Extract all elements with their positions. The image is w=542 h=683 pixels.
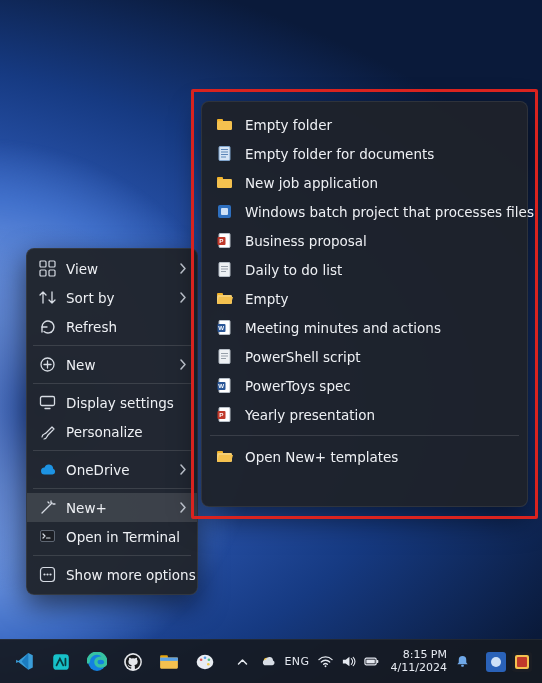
template-item-empty-folder-for-documents[interactable]: Empty folder for documents	[202, 139, 527, 168]
template-item-daily-to-do-list[interactable]: Daily to do list	[202, 255, 527, 284]
menu-item-label: Personalize	[66, 424, 187, 440]
tray-extra-icons	[486, 652, 532, 672]
chevron-right-icon	[179, 292, 187, 303]
menu-item-label: View	[66, 261, 169, 277]
menu-item-personalize[interactable]: Personalize	[27, 417, 197, 446]
menu-separator	[33, 345, 191, 346]
weather-icon[interactable]	[261, 654, 276, 669]
tray-app-icon[interactable]	[486, 652, 506, 672]
template-item-empty-folder[interactable]: Empty folder	[202, 110, 527, 139]
menu-item-label: PowerShell script	[245, 349, 361, 365]
newplus-submenu: Empty folderEmpty folder for documentsNe…	[201, 101, 528, 507]
doc-lines-icon	[216, 145, 233, 162]
menu-item-label: Display settings	[66, 395, 187, 411]
folder-icon	[216, 174, 233, 191]
menu-item-label: PowerToys spec	[245, 378, 351, 394]
menu-item-sort-by[interactable]: Sort by	[27, 283, 197, 312]
chevron-right-icon	[179, 502, 187, 513]
menu-item-label: Yearly presentation	[245, 407, 375, 423]
chevron-right-icon	[179, 263, 187, 274]
template-item-powertoys-spec[interactable]: PowerToys spec	[202, 371, 527, 400]
menu-separator	[33, 555, 191, 556]
template-item-new-job-application[interactable]: New job application	[202, 168, 527, 197]
folder-open-icon	[216, 290, 233, 307]
tray-overflow-button[interactable]	[231, 651, 253, 673]
taskbar-app-paint[interactable]	[188, 645, 222, 679]
menu-item-label: Refresh	[66, 319, 187, 335]
terminal-icon	[39, 528, 56, 545]
clock-time: 8:15 PM	[403, 649, 447, 662]
language-indicator[interactable]: ENG	[284, 655, 309, 668]
doc-icon	[216, 261, 233, 278]
menu-item-label: New+	[66, 500, 169, 516]
menu-item-label: Empty folder	[245, 117, 332, 133]
menu-item-onedrive[interactable]: OneDrive	[27, 455, 197, 484]
tray-app-icon[interactable]	[512, 652, 532, 672]
menu-item-label: Empty	[245, 291, 289, 307]
chevron-right-icon	[179, 464, 187, 475]
cloud-icon	[39, 461, 56, 478]
menu-item-label: Meeting minutes and actions	[245, 320, 441, 336]
app-icon	[216, 203, 233, 220]
menu-item-label: Open in Terminal	[66, 529, 187, 545]
menu-item-view[interactable]: View	[27, 254, 197, 283]
template-item-business-proposal[interactable]: Business proposal	[202, 226, 527, 255]
clock[interactable]: 8:15 PM 4/11/2024	[391, 649, 447, 674]
clock-date: 4/11/2024	[391, 662, 447, 675]
notifications-icon[interactable]	[455, 654, 470, 669]
template-item-meeting-minutes-and-actions[interactable]: Meeting minutes and actions	[202, 313, 527, 342]
docx-icon	[216, 377, 233, 394]
menu-item-label: Windows batch project that processes fil…	[245, 204, 534, 220]
template-item-empty[interactable]: Empty	[202, 284, 527, 313]
taskbar-app-vscode[interactable]	[8, 645, 42, 679]
refresh-icon	[39, 318, 56, 335]
menu-separator	[33, 450, 191, 451]
menu-item-label: Business proposal	[245, 233, 367, 249]
more-icon	[39, 566, 56, 583]
taskbar-app-edge[interactable]	[80, 645, 114, 679]
display-icon	[39, 394, 56, 411]
newplus-submenu-highlight: Empty folderEmpty folder for documentsNe…	[191, 89, 538, 519]
docx-icon	[216, 319, 233, 336]
menu-item-label: Empty folder for documents	[245, 146, 434, 162]
menu-item-refresh[interactable]: Refresh	[27, 312, 197, 341]
menu-item-display-settings[interactable]: Display settings	[27, 388, 197, 417]
menu-item-label: Sort by	[66, 290, 169, 306]
menu-item-show-more-options[interactable]: Show more options	[27, 560, 197, 589]
taskbar: ENG 8:15 PM 4/11/2024	[0, 639, 542, 683]
pptx-icon	[216, 232, 233, 249]
wand-icon	[39, 499, 56, 516]
sound-icon[interactable]	[341, 654, 356, 669]
taskbar-apps	[8, 645, 222, 679]
folder-icon	[216, 116, 233, 133]
system-tray: ENG 8:15 PM 4/11/2024	[231, 649, 532, 674]
pptx-icon	[216, 406, 233, 423]
wifi-icon[interactable]	[318, 654, 333, 669]
menu-separator	[33, 383, 191, 384]
menu-item-new-[interactable]: New+	[27, 493, 197, 522]
menu-item-label: New job application	[245, 175, 378, 191]
menu-item-label: Show more options	[66, 567, 196, 583]
open-newplus-templates[interactable]: Open New+ templates	[202, 442, 527, 471]
battery-icon[interactable]	[364, 654, 379, 669]
template-item-yearly-presentation[interactable]: Yearly presentation	[202, 400, 527, 429]
menu-item-label: Daily to do list	[245, 262, 342, 278]
sort-icon	[39, 289, 56, 306]
brush-icon	[39, 423, 56, 440]
menu-item-label: OneDrive	[66, 462, 169, 478]
taskbar-app-explorer[interactable]	[152, 645, 186, 679]
menu-item-label: New	[66, 357, 169, 373]
grid-icon	[39, 260, 56, 277]
taskbar-app-github[interactable]	[116, 645, 150, 679]
taskbar-app-copilot-preview[interactable]	[44, 645, 78, 679]
plus-circle-icon	[39, 356, 56, 373]
menu-separator	[210, 435, 519, 436]
menu-item-open-in-terminal[interactable]: Open in Terminal	[27, 522, 197, 551]
menu-item-label: Open New+ templates	[245, 449, 398, 465]
menu-separator	[33, 488, 191, 489]
template-item-windows-batch-project-that-processes-files[interactable]: Windows batch project that processes fil…	[202, 197, 527, 226]
menu-item-new[interactable]: New	[27, 350, 197, 379]
doc-icon	[216, 348, 233, 365]
template-item-powershell-script[interactable]: PowerShell script	[202, 342, 527, 371]
chevron-right-icon	[179, 359, 187, 370]
